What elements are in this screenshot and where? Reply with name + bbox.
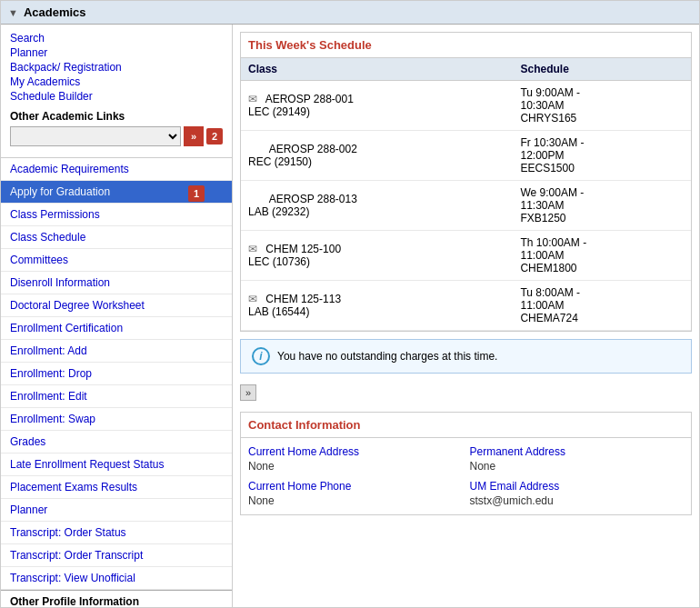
sidebar-nav-search[interactable]: Search [10, 32, 223, 45]
badge-2: 2 [206, 128, 223, 145]
class-cell: AEROSP 288-002REC (29150) [241, 131, 513, 181]
permanent-address-label[interactable]: Permanent Address [470, 445, 685, 458]
academics-title: Academics [24, 5, 86, 19]
mail-icon: ✉ [248, 93, 257, 105]
menu-item-grades[interactable]: Grades [1, 431, 232, 454]
badge-1: 1 [188, 185, 205, 202]
schedule-col-class: Class [241, 58, 513, 81]
contact-item-um-email: UM Email Address ststx@umich.edu [470, 480, 685, 507]
sidebar-nav-my-academics[interactable]: My Academics [10, 75, 223, 88]
mail-icon: ✉ [248, 293, 257, 305]
class-cell: ✉ AEROSP 288-001LEC (29149) [241, 81, 513, 131]
menu-item-doctoral-degree-worksheet[interactable]: Doctoral Degree Worksheet [1, 294, 232, 317]
menu-item-transcript-view-unofficial[interactable]: Transcript: View Unofficial [1, 567, 232, 590]
table-row: AEROSP 288-002REC (29150) Fr 10:30AM -12… [241, 131, 691, 181]
other-links-dropdown[interactable] [10, 126, 181, 146]
menu-item-placement-exams[interactable]: Placement Exams Results [1, 476, 232, 499]
schedule-section: This Week's Schedule Class Schedule ✉ AE… [240, 32, 692, 332]
sidebar-top: Search Planner Backpack/ Registration My… [1, 25, 232, 157]
contact-title: Contact Information [241, 413, 691, 438]
menu-item-committees[interactable]: Committees [1, 249, 232, 272]
table-row: ✉ CHEM 125-113LAB (16544) Tu 8:00AM -11:… [241, 281, 691, 331]
permanent-address-value: None [470, 460, 496, 473]
table-row: ✉ AEROSP 288-001LEC (29149) Tu 9:00AM -1… [241, 81, 691, 131]
current-home-phone-label[interactable]: Current Home Phone [248, 480, 463, 493]
um-email-label[interactable]: UM Email Address [470, 480, 685, 493]
contact-item-current-home-phone: Current Home Phone None [248, 480, 463, 507]
menu-item-academic-requirements[interactable]: Academic Requirements [1, 158, 232, 181]
um-email-value: ststx@umich.edu [470, 494, 554, 507]
menu-item-enrollment-swap[interactable]: Enrollment: Swap [1, 408, 232, 431]
class-cell: ✉ CHEM 125-113LAB (16544) [241, 281, 513, 331]
contact-section: Contact Information Current Home Address… [240, 412, 692, 515]
schedule-cell: We 9:00AM -11:30AMFXB1250 [513, 181, 691, 231]
sidebar-nav-schedule-builder[interactable]: Schedule Builder [10, 90, 223, 103]
menu-item-enrollment-edit[interactable]: Enrollment: Edit [1, 385, 232, 408]
schedule-col-schedule: Schedule [513, 58, 691, 81]
menu-item-class-schedule[interactable]: Class Schedule [1, 226, 232, 249]
sidebar: Search Planner Backpack/ Registration My… [1, 25, 233, 607]
schedule-cell: Th 10:00AM -11:00AMCHEM1800 [513, 231, 691, 281]
collapse-arrow[interactable]: ▼ [8, 7, 18, 18]
info-message: You have no outstanding charges at this … [277, 350, 497, 363]
expand-btn-row: » [240, 381, 692, 404]
info-bar: i You have no outstanding charges at thi… [240, 339, 692, 374]
current-home-address-value: None [248, 460, 275, 473]
dropdown-row: » 2 [10, 126, 223, 146]
schedule-title: This Week's Schedule [241, 33, 691, 58]
academics-header: ▼ Academics [1, 1, 699, 25]
contact-item-current-home-address: Current Home Address None [248, 445, 463, 473]
info-icon: i [252, 347, 270, 365]
current-home-address-label[interactable]: Current Home Address [248, 445, 463, 458]
menu-item-late-enrollment[interactable]: Late Enrollment Request Status [1, 454, 232, 476]
mail-icon: ✉ [248, 243, 257, 255]
table-row: ✉ CHEM 125-100LEC (10736) Th 10:00AM -11… [241, 231, 691, 281]
schedule-table: Class Schedule ✉ AEROSP 288-001LEC (2914… [241, 58, 691, 331]
expand-button[interactable]: » [240, 384, 256, 401]
menu-item-planner[interactable]: Planner [1, 499, 232, 522]
schedule-cell: Fr 10:30AM -12:00PMEECS1500 [513, 131, 691, 181]
contact-item-permanent-address: Permanent Address None [470, 445, 685, 473]
menu-item-disenroll-information[interactable]: Disenroll Information [1, 272, 232, 294]
other-links-label: Other Academic Links [10, 110, 223, 123]
class-cell: ✉ CHEM 125-100LEC (10736) [241, 231, 513, 281]
menu-item-enrollment-certification[interactable]: Enrollment Certification [1, 317, 232, 340]
menu-item-transcript-order-transcript[interactable]: Transcript: Order Transcript [1, 544, 232, 567]
schedule-cell: Tu 8:00AM -11:00AMCHEMA724 [513, 281, 691, 331]
other-profile-information-label: Other Profile Information [1, 590, 232, 607]
menu-item-class-permissions[interactable]: Class Permissions [1, 204, 232, 226]
content-area: This Week's Schedule Class Schedule ✉ AE… [233, 25, 699, 607]
menu-item-enrollment-drop[interactable]: Enrollment: Drop [1, 363, 232, 385]
menu-item-apply-for-graduation[interactable]: Apply for Graduation 1 [1, 181, 232, 204]
menu-item-enrollment-add[interactable]: Enrollment: Add [1, 340, 232, 363]
contact-grid: Current Home Address None Permanent Addr… [241, 438, 691, 514]
sidebar-menu: Academic Requirements Apply for Graduati… [1, 157, 232, 607]
sidebar-nav-planner[interactable]: Planner [10, 46, 223, 59]
menu-item-transcript-order-status[interactable]: Transcript: Order Status [1, 522, 232, 544]
dropdown-go-button[interactable]: » [184, 126, 204, 146]
table-row: AEROSP 288-013LAB (29232) We 9:00AM -11:… [241, 181, 691, 231]
sidebar-nav-backpack[interactable]: Backpack/ Registration [10, 61, 223, 74]
schedule-cell: Tu 9:00AM -10:30AMCHRYS165 [513, 81, 691, 131]
class-cell: AEROSP 288-013LAB (29232) [241, 181, 513, 231]
current-home-phone-value: None [248, 494, 275, 507]
